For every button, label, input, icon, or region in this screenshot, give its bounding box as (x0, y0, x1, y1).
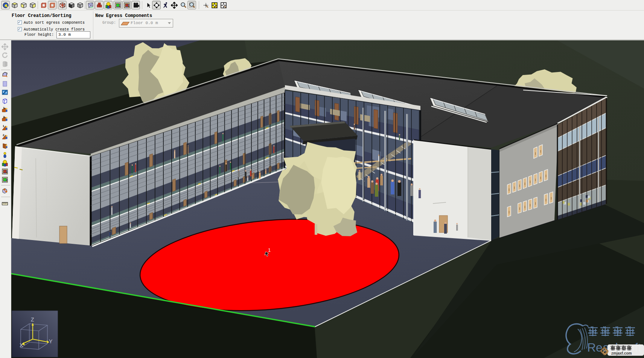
svg-text:Z: Z (31, 317, 34, 323)
svg-text:1: 1 (3, 106, 5, 110)
svg-text:Y: Y (49, 338, 53, 344)
svg-text:2: 2 (3, 115, 5, 119)
svg-text:1: 1 (268, 247, 271, 253)
svg-text:1: 1 (3, 124, 5, 128)
svg-text:zmjaxf.com: zmjaxf.com (611, 351, 632, 355)
svg-text:X: X (20, 342, 23, 348)
svg-text:2: 2 (3, 133, 5, 137)
